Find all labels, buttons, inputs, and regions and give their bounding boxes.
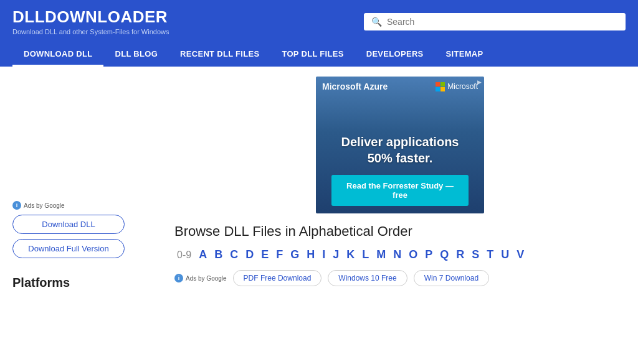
alpha-b[interactable]: B xyxy=(212,247,225,263)
alpha-m[interactable]: M xyxy=(374,247,388,263)
ad-banner-title: Microsoft Azure xyxy=(322,82,388,91)
ms-text: Microsoft xyxy=(447,82,478,91)
download-dll-button[interactable]: Download DLL xyxy=(12,215,125,234)
search-icon: 🔍 xyxy=(371,17,382,27)
ad-banner[interactable]: ▶ Microsoft Azure Microsoft Deliver appl… xyxy=(316,77,484,213)
info-icon-bottom[interactable]: i xyxy=(174,274,183,282)
logo-area: DLLDOWNLOADER Download DLL and other Sys… xyxy=(12,7,169,35)
nav-item-recent-dll[interactable]: RECENT DLL FILES xyxy=(169,43,270,67)
bottom-ads: i Ads by Google PDF Free Download Window… xyxy=(174,270,626,286)
bottom-ad-win10[interactable]: Windows 10 Free xyxy=(328,270,407,286)
nav-item-dll-blog[interactable]: DLL BLOG xyxy=(103,43,169,67)
ad-adchoice-icon[interactable]: ▶ xyxy=(477,79,482,85)
ad-cta-button[interactable]: Read the Forrester Study — free xyxy=(331,175,469,206)
header: DLLDOWNLOADER Download DLL and other Sys… xyxy=(0,0,638,67)
bottom-ad-win7[interactable]: Win 7 Download xyxy=(414,270,489,286)
ms-squares-icon xyxy=(436,82,445,91)
alpha-s[interactable]: S xyxy=(469,247,482,263)
ms-logo: Microsoft xyxy=(436,82,478,91)
alpha-r[interactable]: R xyxy=(454,247,467,263)
alpha-u[interactable]: U xyxy=(498,247,512,263)
ad-main-text: Deliver applications50% faster. xyxy=(341,134,459,166)
platforms-label: Platforms xyxy=(12,276,162,290)
alpha-c[interactable]: C xyxy=(227,247,240,263)
ad-banner-header: Microsoft Azure Microsoft xyxy=(322,82,478,91)
ads-by-google-sidebar: i Ads by Google xyxy=(12,201,162,210)
info-icon[interactable]: i xyxy=(12,201,21,210)
alpha-i[interactable]: I xyxy=(320,247,328,263)
alpha-v[interactable]: V xyxy=(514,247,526,263)
main: i Ads by Google Download DLL Download Fu… xyxy=(0,67,638,300)
alpha-l[interactable]: L xyxy=(359,247,371,263)
alpha-a[interactable]: A xyxy=(196,247,209,263)
logo-text[interactable]: DLLDOWNLOADER xyxy=(12,7,169,27)
search-box[interactable]: 🔍 xyxy=(364,13,626,30)
logo-subtitle: Download DLL and other System-Files for … xyxy=(12,28,169,35)
alpha-p[interactable]: P xyxy=(422,247,435,263)
nav-item-sitemap[interactable]: SITEMAP xyxy=(435,43,495,67)
alpha-e[interactable]: E xyxy=(259,247,271,263)
alpha-o[interactable]: O xyxy=(406,247,420,263)
alpha-n[interactable]: N xyxy=(391,247,404,263)
bottom-ads-label: Ads by Google xyxy=(186,275,227,282)
ms-sq-red xyxy=(436,82,440,86)
alpha-g[interactable]: G xyxy=(288,247,302,263)
nav-item-developers[interactable]: DEVELOPERS xyxy=(355,43,435,67)
nav-item-top-dll[interactable]: TOP DLL FILES xyxy=(270,43,355,67)
header-top: DLLDOWNLOADER Download DLL and other Sys… xyxy=(12,7,626,40)
alpha-numbers[interactable]: 0-9 xyxy=(174,248,194,262)
ads-label: Ads by Google xyxy=(24,202,65,209)
alpha-d[interactable]: D xyxy=(243,247,256,263)
alpha-j[interactable]: J xyxy=(330,247,341,263)
alpha-k[interactable]: K xyxy=(344,247,357,263)
ms-sq-blue xyxy=(436,87,440,91)
content: ▶ Microsoft Azure Microsoft Deliver appl… xyxy=(174,77,626,290)
alpha-t[interactable]: T xyxy=(484,247,496,263)
alpha-f[interactable]: F xyxy=(274,247,285,263)
logo-dll: DLL xyxy=(12,7,45,26)
browse-heading: Browse DLL Files in Alphabetical Order xyxy=(174,223,626,240)
alpha-q[interactable]: Q xyxy=(437,247,451,263)
alphabet: 0-9 A B C D E F G H I J K L M N O P Q R … xyxy=(174,247,626,263)
nav-item-download-dll[interactable]: DOWNLOAD DLL xyxy=(12,43,103,67)
alpha-h[interactable]: H xyxy=(304,247,317,263)
ads-by-google-bottom: i Ads by Google xyxy=(174,274,227,282)
search-input[interactable] xyxy=(387,17,618,27)
ms-sq-green xyxy=(440,82,445,86)
nav: DOWNLOAD DLL DLL BLOG RECENT DLL FILES T… xyxy=(12,43,626,67)
bottom-ad-pdf[interactable]: PDF Free Download xyxy=(233,270,322,286)
logo-downloader: DOWNLOADER xyxy=(45,7,168,26)
sidebar: i Ads by Google Download DLL Download Fu… xyxy=(12,77,162,290)
search-area: 🔍 xyxy=(364,13,626,30)
download-full-version-button[interactable]: Download Full Version xyxy=(12,239,125,258)
ms-sq-yellow xyxy=(440,87,445,91)
